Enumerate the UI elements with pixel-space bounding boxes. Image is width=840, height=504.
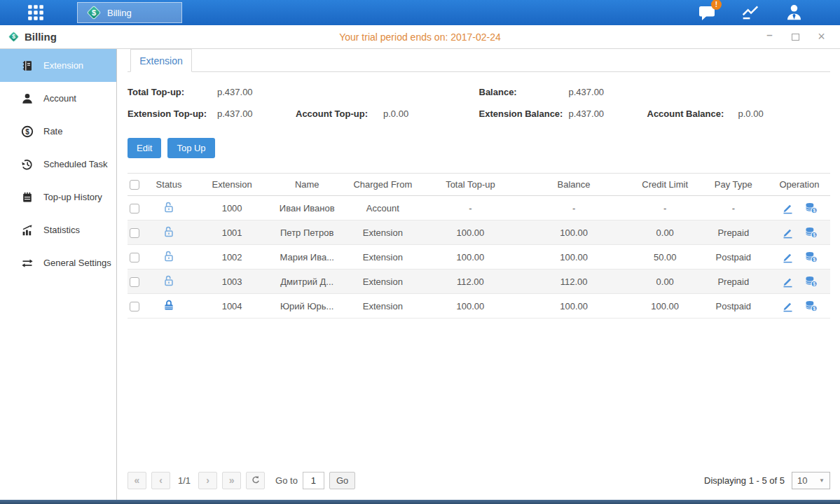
last-page-button[interactable]: » (222, 472, 241, 489)
table-row: 1001 Петр Петров Extension 100.00 100.00… (128, 220, 830, 245)
lock-status-icon[interactable] (163, 201, 175, 214)
close-button[interactable]: × (817, 32, 826, 41)
extension-topup-label: Extension Top-up: (128, 103, 217, 125)
balance-label: Balance: (479, 81, 569, 103)
cell-name: Юрий Юрь... (273, 294, 340, 318)
billing-diamond-icon (8, 31, 20, 43)
cell-credit-limit: 0.00 (632, 220, 698, 245)
sidebar-item-extension[interactable]: Extension (0, 49, 116, 82)
table-row: 1000 Иван Иванов Account - - - - (128, 196, 830, 220)
lock-status-icon[interactable] (163, 274, 175, 287)
select-all-checkbox[interactable] (130, 180, 139, 190)
account-topup-label: Account Top-up: (296, 103, 383, 125)
sidebar-item-topup-history[interactable]: Top-up History (0, 181, 116, 214)
taskbar-tab-label: Billing (107, 8, 132, 18)
user-account-icon[interactable] (784, 4, 804, 22)
maximize-button[interactable] (791, 32, 800, 41)
cell-total-topup: - (425, 196, 516, 220)
sidebar-item-label: General Settings (43, 258, 111, 268)
app-launcher-grid-icon[interactable] (25, 2, 46, 23)
cell-charged-from: Extension (340, 220, 425, 245)
topbar-right-icons: ! (697, 4, 804, 22)
lock-status-icon[interactable] (163, 250, 175, 262)
taskbar-tab-billing[interactable]: Billing (77, 2, 182, 23)
extension-balance-value: p.437.00 (569, 103, 647, 125)
edit-row-icon[interactable] (781, 251, 794, 263)
account-balance-label: Account Balance: (647, 103, 738, 125)
rate-dollar-icon (21, 125, 34, 138)
table-row: 1002 Мария Ива... Extension 100.00 100.0… (128, 245, 830, 270)
monitor-chart-icon[interactable] (741, 4, 760, 22)
topup-row-icon[interactable] (804, 251, 818, 263)
cell-charged-from: Extension (340, 294, 425, 318)
cell-name: Иван Иванов (273, 196, 340, 220)
sidebar-item-general-settings[interactable]: General Settings (0, 246, 116, 279)
tab-extension[interactable]: Extension (130, 49, 192, 72)
edit-row-icon[interactable] (781, 226, 794, 239)
next-page-button[interactable]: › (198, 472, 217, 489)
account-person-icon (21, 92, 34, 105)
go-button[interactable]: Go (329, 472, 355, 489)
topup-row-icon[interactable] (804, 202, 818, 214)
edit-row-icon[interactable] (781, 275, 794, 288)
sidebar-item-scheduled-task[interactable]: Scheduled Task (0, 148, 116, 181)
cell-extension: 1003 (191, 270, 273, 294)
page-size-value: 10 (797, 475, 807, 486)
sidebar-item-account[interactable]: Account (0, 82, 116, 115)
goto-page-input[interactable] (303, 472, 324, 489)
cell-pay-type: Prepaid (698, 270, 769, 294)
sidebar-item-label: Top-up History (43, 192, 102, 202)
balance-summary: Total Top-up: p.437.00 Extension Top-up:… (128, 81, 830, 125)
cell-extension: 1000 (191, 196, 273, 220)
cell-extension: 1002 (191, 245, 273, 270)
table-row: 1004 Юрий Юрь... Extension 100.00 100.00… (128, 294, 830, 318)
cell-extension: 1004 (191, 294, 273, 318)
first-page-button[interactable]: « (128, 472, 146, 489)
messages-icon[interactable]: ! (697, 4, 717, 22)
cell-balance: 112.00 (516, 270, 632, 294)
topup-row-icon[interactable] (804, 275, 818, 288)
cell-credit-limit: 100.00 (632, 294, 698, 318)
cell-charged-from: Account (340, 196, 425, 220)
header-extension: Extension (191, 174, 273, 196)
cell-total-topup: 112.00 (425, 270, 516, 294)
edit-row-icon[interactable] (781, 202, 794, 214)
cell-balance: 100.00 (516, 220, 632, 245)
topup-row-icon[interactable] (804, 226, 818, 239)
table-header-row: Status Extension Name Charged From Total… (128, 174, 830, 196)
desktop-top-bar: Billing ! (0, 0, 840, 25)
lock-status-icon[interactable] (163, 225, 175, 238)
balance-value: p.437.00 (569, 81, 647, 103)
refresh-button[interactable] (246, 472, 265, 489)
row-checkbox[interactable] (130, 228, 139, 238)
row-checkbox[interactable] (130, 302, 139, 312)
lock-status-icon[interactable] (163, 299, 175, 312)
prev-page-button[interactable]: ‹ (151, 472, 170, 489)
window-title-bar: Your trial period ends on: 2017-02-24 Bi… (0, 25, 840, 49)
page-size-select[interactable]: 10 ▼ (792, 472, 830, 489)
total-topup-label: Total Top-up: (128, 81, 217, 103)
notification-badge: ! (711, 0, 722, 10)
topup-row-icon[interactable] (804, 300, 818, 312)
cell-pay-type: Prepaid (698, 220, 769, 245)
edit-button[interactable]: Edit (128, 138, 161, 158)
displaying-text: Displaying 1 - 5 of 5 (704, 475, 785, 486)
top-up-button[interactable]: Top Up (167, 138, 214, 158)
account-balance-value: p.0.00 (738, 103, 831, 125)
sidebar-item-rate[interactable]: Rate (0, 115, 116, 148)
sidebar-item-label: Extension (43, 60, 83, 71)
table-row: 1003 Дмитрий Д... Extension 112.00 112.0… (128, 270, 830, 294)
edit-row-icon[interactable] (781, 300, 794, 312)
general-settings-sliders-icon (21, 257, 34, 270)
cell-credit-limit: - (632, 196, 698, 220)
cell-balance: 100.00 (516, 245, 632, 270)
main-content: Extension Total Top-up: p.437.00 Extensi… (117, 49, 840, 500)
minimize-button[interactable]: – (765, 32, 774, 41)
row-checkbox[interactable] (130, 204, 139, 214)
row-checkbox[interactable] (130, 277, 139, 287)
sidebar-item-statistics[interactable]: Statistics (0, 214, 116, 246)
row-checkbox[interactable] (130, 253, 139, 262)
statistics-chart-icon (21, 224, 34, 237)
trial-notice: Your trial period ends on: 2017-02-24 (0, 31, 840, 43)
cell-credit-limit: 50.00 (632, 245, 698, 270)
